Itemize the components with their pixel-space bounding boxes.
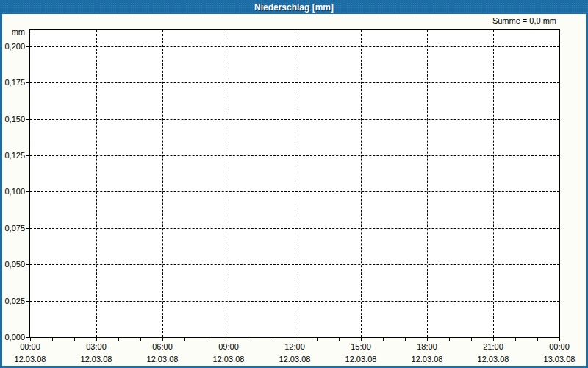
v-gridline bbox=[229, 30, 229, 337]
x-time-label: 12:00 bbox=[269, 342, 320, 351]
x-axis-tick bbox=[427, 338, 428, 341]
v-gridline bbox=[295, 30, 295, 337]
y-tick-label: 0,050 bbox=[0, 260, 25, 269]
y-axis-tick bbox=[26, 46, 29, 47]
y-axis-tick bbox=[26, 264, 29, 265]
window-titlebar: Niederschlag [mm] bbox=[0, 0, 588, 14]
x-axis-tick bbox=[30, 338, 31, 341]
y-axis-tick bbox=[26, 155, 29, 156]
x-time-label: 03:00 bbox=[71, 342, 122, 351]
precipitation-chart-window: Niederschlag [mm] Summe = 0,0 mm mm 0,20… bbox=[0, 0, 588, 368]
y-tick-label: 0,100 bbox=[0, 187, 25, 196]
y-tick-label: 0,075 bbox=[0, 224, 25, 233]
y-axis-tick bbox=[26, 228, 29, 229]
v-gridline bbox=[96, 30, 97, 337]
y-tick-label: 0,200 bbox=[0, 42, 25, 51]
v-gridline bbox=[162, 30, 163, 337]
x-axis-tick bbox=[273, 338, 273, 341]
x-time-label: 06:00 bbox=[137, 342, 188, 351]
y-tick-label: 0,175 bbox=[0, 78, 25, 87]
y-tick-label: 0,000 bbox=[0, 333, 25, 342]
v-gridline bbox=[493, 30, 494, 337]
x-axis-tick bbox=[559, 338, 560, 341]
x-axis-tick bbox=[162, 338, 163, 341]
x-axis-tick bbox=[74, 338, 75, 341]
y-tick-label: 0,150 bbox=[0, 115, 25, 124]
x-time-label: 21:00 bbox=[467, 342, 519, 351]
chart-title: Niederschlag [mm] bbox=[254, 2, 334, 13]
y-axis-tick bbox=[26, 191, 29, 192]
x-axis-tick bbox=[140, 338, 141, 341]
x-date-label: 12.03.08 bbox=[269, 355, 320, 364]
y-axis-tick bbox=[26, 301, 29, 302]
y-axis-tick bbox=[26, 119, 29, 120]
x-axis-tick bbox=[52, 338, 53, 341]
x-date-label: 12.03.08 bbox=[4, 355, 56, 364]
x-date-label: 12.03.08 bbox=[203, 355, 254, 364]
x-time-label: 00:00 bbox=[534, 342, 585, 351]
x-date-label: 12.03.08 bbox=[71, 355, 122, 364]
x-axis-tick bbox=[118, 338, 119, 341]
x-axis-tick bbox=[537, 338, 538, 341]
x-time-label: 15:00 bbox=[335, 342, 387, 351]
x-axis-tick bbox=[317, 338, 318, 341]
v-gridline bbox=[361, 30, 362, 337]
x-axis-tick bbox=[229, 338, 229, 341]
x-axis-tick bbox=[207, 338, 207, 341]
sum-annotation: Summe = 0,0 mm bbox=[492, 16, 556, 26]
x-axis-tick bbox=[339, 338, 340, 341]
x-axis-tick bbox=[515, 338, 516, 341]
y-tick-label: 0,125 bbox=[0, 151, 25, 160]
x-time-label: 09:00 bbox=[203, 342, 254, 351]
x-axis-tick bbox=[471, 338, 472, 341]
y-axis-tick bbox=[26, 82, 29, 83]
x-time-label: 18:00 bbox=[401, 342, 453, 351]
x-axis-tick bbox=[295, 338, 295, 341]
x-axis-tick bbox=[251, 338, 251, 341]
x-time-label: 00:00 bbox=[4, 342, 56, 351]
x-axis-tick bbox=[361, 338, 362, 341]
x-axis-tick bbox=[184, 338, 185, 341]
y-axis-tick bbox=[26, 337, 29, 338]
x-axis-tick bbox=[96, 338, 97, 341]
x-axis-tick bbox=[449, 338, 450, 341]
y-axis-unit-label: mm bbox=[0, 27, 25, 37]
x-date-label: 12.03.08 bbox=[137, 355, 188, 364]
x-axis-tick bbox=[383, 338, 384, 341]
x-date-label: 12.03.08 bbox=[467, 355, 519, 364]
y-tick-label: 0,025 bbox=[0, 297, 25, 305]
x-date-label: 12.03.08 bbox=[401, 355, 453, 364]
x-axis-tick bbox=[405, 338, 406, 341]
x-date-label: 13.03.08 bbox=[534, 355, 585, 364]
x-date-label: 12.03.08 bbox=[335, 355, 387, 364]
x-axis-tick bbox=[493, 338, 494, 341]
v-gridline bbox=[427, 30, 428, 337]
